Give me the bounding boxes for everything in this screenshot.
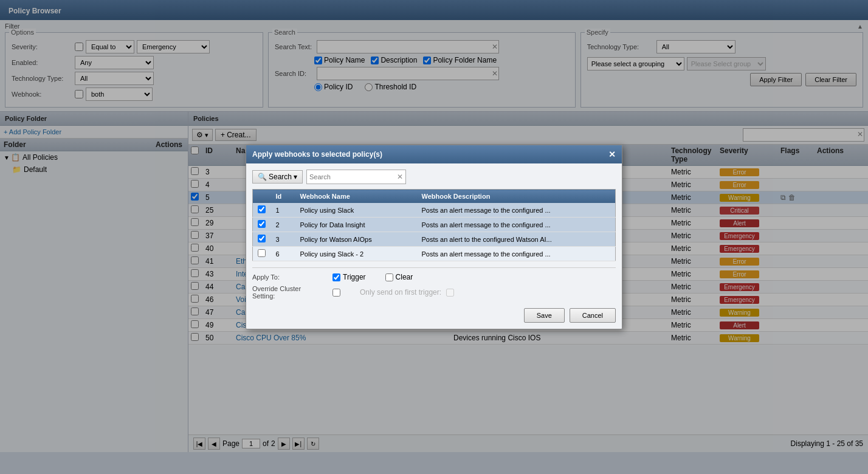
modal-close-button[interactable]: ✕	[608, 149, 616, 159]
th-check	[253, 190, 271, 204]
th-id: Id	[271, 190, 295, 204]
webhook-row: 1 Policy using Slack Posts an alert mess…	[253, 203, 616, 218]
apply-to-label: Apply To:	[252, 273, 325, 281]
webhook-checkbox[interactable]	[258, 235, 266, 242]
th-description: Webhook Description	[417, 190, 616, 204]
webhook-row-check	[253, 247, 271, 261]
webhook-row-name: Policy using Slack	[295, 203, 417, 218]
webhook-row: 6 Policy using Slack - 2 Posts an alert …	[253, 247, 616, 261]
modal-overlay: Apply webhooks to selected policy(s) ✕ 🔍…	[0, 0, 868, 474]
only-first-label[interactable]: Only send on first trigger:	[360, 288, 454, 297]
webhook-checkbox[interactable]	[258, 205, 266, 213]
th-name: Webhook Name	[295, 190, 417, 204]
webhook-row-desc: Posts an alert to the configured Watson …	[417, 232, 616, 247]
webhook-row-name: Policy for Data Insight	[295, 218, 417, 232]
modal-cancel-button[interactable]: Cancel	[570, 308, 616, 323]
webhook-row-id: 6	[271, 247, 295, 261]
webhook-modal: Apply webhooks to selected policy(s) ✕ 🔍…	[246, 145, 622, 329]
override-row: Override Cluster Setting: Only send on f…	[252, 285, 616, 300]
webhook-checkbox[interactable]	[258, 249, 266, 257]
webhook-row-check	[253, 232, 271, 247]
search-dropdown-icon: ▾	[294, 173, 297, 181]
override-label: Override Cluster Setting:	[252, 285, 325, 300]
webhook-row-id: 1	[271, 203, 295, 218]
webhook-row-name: Policy for Watson AIOps	[295, 232, 417, 247]
modal-search-wrap: ✕	[306, 170, 616, 184]
modal-search-input[interactable]	[306, 170, 406, 184]
webhook-row-desc: Posts an alert message to the configured…	[417, 203, 616, 218]
webhook-row-check	[253, 203, 271, 218]
webhook-row: 3 Policy for Watson AIOps Posts an alert…	[253, 232, 616, 247]
modal-save-button[interactable]: Save	[524, 308, 565, 323]
modal-title: Apply webhooks to selected policy(s)	[252, 150, 382, 159]
clear-label[interactable]: Clear	[385, 273, 413, 281]
modal-search-clear[interactable]: ✕	[397, 173, 403, 181]
webhook-table-body: 1 Policy using Slack Posts an alert mess…	[253, 203, 616, 261]
webhook-row-id: 3	[271, 232, 295, 247]
modal-search-button[interactable]: 🔍 Search ▾	[252, 170, 303, 184]
webhook-row-desc: Posts an alert message to the configured…	[417, 247, 616, 261]
webhook-checkbox[interactable]	[258, 220, 266, 228]
search-magnifier-icon: 🔍	[258, 173, 267, 181]
clear-checkbox[interactable]	[385, 273, 393, 281]
modal-title-bar: Apply webhooks to selected policy(s) ✕	[246, 145, 622, 163]
webhook-row-desc: Posts an alert message to the configured…	[417, 218, 616, 232]
apply-to-row: Apply To: Trigger Clear	[252, 273, 616, 281]
webhook-row-id: 2	[271, 218, 295, 232]
trigger-label[interactable]: Trigger	[332, 273, 366, 281]
override-checkbox[interactable]	[332, 289, 340, 297]
webhook-table: Id Webhook Name Webhook Description 1 Po…	[252, 189, 616, 261]
modal-search-row: 🔍 Search ▾ ✕	[252, 170, 616, 184]
modal-body: 🔍 Search ▾ ✕ Id Webhook Name Webhook Des…	[246, 163, 622, 329]
only-first-checkbox	[446, 289, 454, 297]
webhook-table-header: Id Webhook Name Webhook Description	[253, 190, 616, 204]
webhook-row-name: Policy using Slack - 2	[295, 247, 417, 261]
webhook-row-check	[253, 218, 271, 232]
trigger-checkbox[interactable]	[332, 273, 340, 281]
modal-apply-section: Apply To: Trigger Clear Override Cluster…	[252, 267, 616, 300]
webhook-row: 2 Policy for Data Insight Posts an alert…	[253, 218, 616, 232]
modal-footer: Save Cancel	[252, 304, 616, 323]
